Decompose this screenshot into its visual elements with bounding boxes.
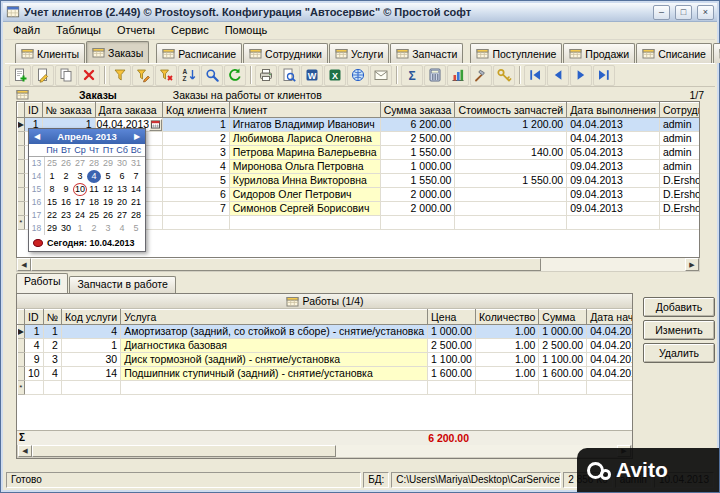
calendar-day[interactable]: 28 xyxy=(129,209,143,222)
work-cell-start[interactable]: 04.04.2013 xyxy=(587,339,633,353)
edit-button[interactable] xyxy=(32,65,54,86)
work-cell-service[interactable]: Диск тормозной (задний) - снятие/установ… xyxy=(121,353,428,367)
work-cell-num[interactable]: 2 xyxy=(43,339,61,353)
calendar-day[interactable]: 29 xyxy=(45,222,59,235)
calendar-next-button[interactable]: ▶ xyxy=(132,132,142,141)
calendar-day[interactable]: 20 xyxy=(115,196,129,209)
order-cell-client[interactable]: Курилова Инна Викторовна xyxy=(229,174,380,188)
order-cell-client_code[interactable]: 3 xyxy=(163,146,230,160)
tab-writeoff[interactable]: Списание xyxy=(636,43,712,63)
empty-cell[interactable] xyxy=(587,381,633,395)
order-cell-done_date[interactable]: 09.04.2013 xyxy=(567,188,660,202)
orders-col-header[interactable]: Дата заказа xyxy=(95,103,163,118)
works-col-header[interactable]: Количество xyxy=(475,310,538,325)
calendar-day[interactable]: 27 xyxy=(115,209,129,222)
sum-button[interactable]: Σ xyxy=(401,65,423,86)
work-cell-sum[interactable]: 2 500.00 xyxy=(539,339,587,353)
work-cell-sum[interactable]: 1 100.00 xyxy=(539,353,587,367)
calendar-day[interactable]: 1 xyxy=(73,222,87,235)
empty-cell[interactable] xyxy=(567,216,660,230)
calendar-day[interactable]: 12 xyxy=(101,183,115,196)
subtab-parts-in-work[interactable]: Запчасти в работе xyxy=(69,276,175,293)
preview-button[interactable] xyxy=(278,65,300,86)
tools-button[interactable] xyxy=(470,65,492,86)
calendar-day[interactable]: 2 xyxy=(87,222,101,235)
export-word-button[interactable]: W xyxy=(301,65,323,86)
key-button[interactable] xyxy=(493,65,515,86)
work-cell-num[interactable]: 1 xyxy=(43,325,61,339)
calendar-day[interactable]: 3 xyxy=(73,170,87,183)
work-cell-num[interactable]: 3 xyxy=(43,353,61,367)
calendar-prev-button[interactable]: ◀ xyxy=(32,132,42,141)
works-horizontal-scrollbar[interactable]: ◀ ▶ xyxy=(17,445,632,458)
order-cell-done_date[interactable]: 09.04.2013 xyxy=(567,174,660,188)
work-cell-service[interactable]: Амортизатор (задний, со стойкой в сборе)… xyxy=(121,325,428,339)
orders-col-header[interactable]: Дата выполнения xyxy=(567,103,660,118)
order-cell-parts_cost[interactable] xyxy=(455,188,567,202)
order-cell-sum[interactable]: 1 550.00 xyxy=(380,174,455,188)
order-cell-client[interactable]: Игнатов Владимир Иванович xyxy=(229,118,380,132)
mail-button[interactable] xyxy=(370,65,392,86)
empty-cell[interactable] xyxy=(25,381,44,395)
calendar-day[interactable]: 5 xyxy=(129,222,143,235)
calendar-day[interactable]: 9 xyxy=(59,183,73,196)
scroll-track[interactable] xyxy=(31,258,685,271)
calendar-day[interactable]: 15 xyxy=(45,196,59,209)
calendar-day[interactable]: 19 xyxy=(101,196,115,209)
menu-item-reports[interactable]: Отчеты xyxy=(109,22,163,39)
calendar-day[interactable]: 25 xyxy=(87,209,101,222)
works-col-header[interactable]: Услуга xyxy=(121,310,428,325)
work-cell-price[interactable]: 2 500.00 xyxy=(428,339,476,353)
search-button[interactable] xyxy=(201,65,223,86)
order-cell-employee[interactable]: D.Ershov xyxy=(659,188,700,202)
tab-employees[interactable]: Сотрудники xyxy=(243,43,328,63)
work-cell-start[interactable]: 04.04.2013 xyxy=(587,353,633,367)
work-cell-id[interactable]: 9 xyxy=(25,353,44,367)
order-cell-client[interactable]: Петрова Марина Валерьевна xyxy=(229,146,380,160)
calendar-day[interactable]: 22 xyxy=(45,209,59,222)
row-selector[interactable] xyxy=(18,174,25,188)
menu-item-file[interactable]: Файл xyxy=(5,22,48,39)
order-cell-sum[interactable]: 2 000.00 xyxy=(380,188,455,202)
work-cell-sum[interactable]: 1 000.00 xyxy=(539,325,587,339)
calendar-day[interactable]: 4 xyxy=(115,222,129,235)
tab-orders[interactable]: Заказы xyxy=(86,41,149,63)
order-cell-employee[interactable]: D.Ershov xyxy=(659,174,700,188)
order-cell-parts_cost[interactable]: 1 550.00 xyxy=(455,174,567,188)
empty-cell[interactable] xyxy=(539,381,587,395)
order-cell-done_date[interactable]: 09.04.2013 xyxy=(567,160,660,174)
orders-col-header[interactable]: Клиент xyxy=(229,103,380,118)
maximize-button[interactable]: □ xyxy=(675,5,692,20)
work-cell-qty[interactable]: 1.00 xyxy=(475,353,538,367)
filter-button[interactable] xyxy=(109,65,131,86)
work-cell-qty[interactable]: 1.00 xyxy=(475,325,538,339)
filter-custom-button[interactable] xyxy=(132,65,154,86)
order-cell-parts_cost[interactable] xyxy=(455,202,567,216)
calendar-day[interactable]: 31 xyxy=(129,157,143,170)
orders-col-header[interactable]: № заказа xyxy=(42,103,95,118)
order-cell-done_date[interactable]: 04.04.2013 xyxy=(567,118,660,132)
work-cell-service_code[interactable]: 14 xyxy=(61,367,120,381)
orders-col-header[interactable]: Сотрудник xyxy=(659,103,700,118)
works-col-header[interactable]: Сумма xyxy=(539,310,587,325)
calendar-day[interactable]: 3 xyxy=(101,222,115,235)
calendar-day[interactable]: 2 xyxy=(59,170,73,183)
calendar-day[interactable]: 11 xyxy=(87,183,101,196)
order-cell-client_code[interactable]: 5 xyxy=(163,174,230,188)
work-cell-start[interactable]: 04.04.2013 xyxy=(587,367,633,381)
calendar-day[interactable]: 26 xyxy=(101,209,115,222)
empty-cell[interactable] xyxy=(163,216,230,230)
calendar-day[interactable]: 7 xyxy=(129,170,143,183)
order-cell-client_code[interactable]: 1 xyxy=(163,118,230,132)
order-cell-client_code[interactable]: 4 xyxy=(163,160,230,174)
calendar-day[interactable]: 14 xyxy=(129,183,143,196)
work-cell-id[interactable]: 1 xyxy=(25,325,44,339)
calendar-day[interactable]: 13 xyxy=(115,183,129,196)
calendar-day[interactable]: 27 xyxy=(73,157,87,170)
work-cell-service[interactable]: Подшипник ступичный (задний) - снятие/ус… xyxy=(121,367,428,381)
sort-az-button[interactable]: AZ xyxy=(178,65,200,86)
nav-next-button[interactable] xyxy=(570,65,592,86)
calendar-day[interactable]: 1 xyxy=(45,170,59,183)
menu-item-tables[interactable]: Таблицы xyxy=(48,22,109,39)
order-cell-client[interactable]: Любимова Лариса Олеговна xyxy=(229,132,380,146)
